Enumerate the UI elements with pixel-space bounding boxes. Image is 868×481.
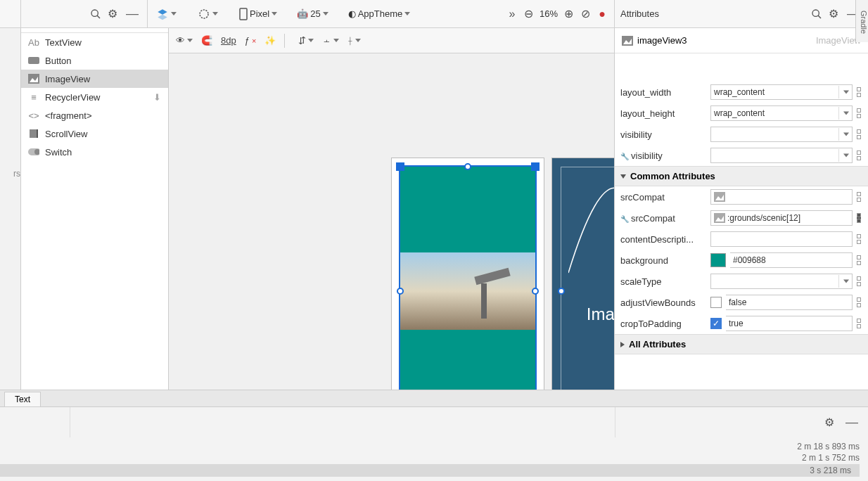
recyclerview-icon: ≡ — [28, 92, 39, 102]
attr-marker[interactable] — [857, 255, 861, 265]
left-stub-top — [0, 0, 21, 27]
imageview-icon — [28, 74, 39, 84]
zoom-in-icon[interactable]: ⊕ — [562, 8, 575, 20]
attr-scaletype: scaleType — [615, 271, 868, 292]
adjustviewbounds-checkbox[interactable] — [710, 297, 722, 308]
magnet-icon[interactable]: 🧲 — [201, 35, 212, 46]
attributes-panel: imageView3 ImageView layout_width wrap_c… — [615, 28, 868, 390]
default-margin-dropdown[interactable]: 8dp — [221, 35, 236, 46]
croptopadding-checkbox[interactable]: ✓ — [710, 318, 722, 329]
attr-marker[interactable] — [857, 234, 861, 244]
selection-outline — [400, 167, 535, 390]
zoom-fit-icon[interactable]: ⊘ — [579, 8, 592, 20]
component-type: ImageView — [816, 35, 861, 46]
guidelines-dropdown[interactable]: ⟊ — [347, 35, 361, 46]
visibility-input[interactable] — [710, 127, 853, 142]
croptopadding-value[interactable]: true — [726, 316, 853, 331]
bottom-panel: Text ⚙ — 2 m 18 s 893 ms 2 m 1 s 752 ms … — [0, 390, 868, 481]
gear-icon[interactable]: ⚙ — [106, 8, 119, 20]
layout-height-input[interactable]: wrap_content — [710, 105, 853, 121]
build-time-3: 3 s 218 ms — [0, 464, 860, 477]
bottom-col1 — [0, 407, 70, 437]
palette-toolbar: ⚙ — — [21, 0, 148, 27]
build-time-1: 2 m 18 s 893 ms — [797, 442, 860, 451]
bottom-minimize-icon[interactable]: — — [843, 415, 861, 430]
srccompat-input[interactable] — [710, 189, 853, 205]
theme-label: AppTheme — [358, 8, 403, 19]
attr-marker[interactable] — [857, 150, 861, 160]
attr-marker[interactable] — [857, 87, 861, 97]
design-preview[interactable] — [391, 158, 544, 390]
adjustviewbounds-value[interactable]: false — [726, 295, 853, 310]
svg-point-0 — [91, 10, 98, 16]
blueprint-preview[interactable]: ImageView — [551, 158, 614, 390]
attr-marker[interactable] — [857, 213, 861, 223]
zoom-level: 16% — [540, 8, 558, 19]
view-options-dropdown[interactable]: 👁 — [176, 35, 193, 46]
attr-search-icon[interactable] — [810, 8, 823, 20]
palette-item-switch[interactable]: Switch — [21, 143, 168, 161]
attr-gear-icon[interactable]: ⚙ — [827, 8, 840, 20]
section-all-attributes[interactable]: All Attributes — [615, 334, 868, 354]
background-swatch[interactable] — [710, 253, 726, 267]
design-toolbar: 👁 🧲 8dp ƒ× ✨ ⇵ ⫠ ⟊ — [169, 28, 614, 53]
more-icon[interactable]: » — [506, 8, 518, 20]
tools-srccompat-input[interactable]: :grounds/scenic[12] — [710, 210, 853, 226]
align-dropdown[interactable]: ⫠ — [322, 35, 339, 46]
contentdescription-input[interactable] — [710, 231, 853, 247]
attr-tools-visibility: visibility — [615, 145, 868, 166]
svg-point-6 — [812, 10, 819, 16]
background-input[interactable]: #009688 — [730, 252, 853, 268]
pack-dropdown[interactable]: ⇵ — [298, 35, 314, 46]
api-dropdown[interactable]: 🤖 25 — [294, 7, 331, 20]
bottom-col3: ⚙ — — [615, 407, 868, 437]
tab-text[interactable]: Text — [4, 392, 41, 406]
attr-marker[interactable] — [857, 276, 861, 286]
attr-marker[interactable] — [857, 129, 861, 139]
svg-rect-5 — [240, 8, 247, 20]
download-icon[interactable]: ⬇ — [153, 92, 161, 103]
palette-item-recyclerview[interactable]: ≡ RecyclerView ⬇ — [21, 88, 168, 106]
gradle-side-tab[interactable]: Gradle — [855, 0, 868, 42]
canvas-surface[interactable]: ImageView — [169, 53, 614, 390]
clear-constraints-icon[interactable]: ƒ× — [245, 35, 257, 46]
palette-item-imageview[interactable]: ImageView — [21, 70, 168, 88]
svg-point-4 — [200, 10, 208, 18]
device-dropdown[interactable]: Pixel — [236, 6, 280, 22]
design-canvas-panel: 👁 🧲 8dp ƒ× ✨ ⇵ ⫠ ⟊ — [169, 28, 615, 390]
minimize-icon[interactable]: — — [123, 6, 141, 21]
svg-rect-8 — [28, 57, 39, 64]
palette-item-textview[interactable]: Ab TextView — [21, 33, 168, 51]
device-label: Pixel — [250, 8, 269, 19]
palette-item-fragment[interactable]: <> <fragment> — [21, 106, 168, 124]
orientation-dropdown[interactable] — [195, 6, 221, 22]
tools-visibility-input[interactable] — [710, 148, 853, 163]
attr-marker[interactable] — [857, 297, 861, 307]
palette-item-scrollview[interactable]: ScrollView — [21, 124, 168, 143]
build-time-2: 2 m 1 s 752 ms — [802, 453, 860, 463]
bottom-gear-icon[interactable]: ⚙ — [823, 416, 836, 429]
attrs-component-header: imageView3 ImageView — [615, 28, 868, 53]
infer-constraints-icon[interactable]: ✨ — [264, 35, 276, 46]
attr-marker[interactable] — [857, 108, 861, 118]
zoom-out-icon[interactable]: ⊖ — [523, 8, 535, 20]
layout-width-input[interactable]: wrap_content — [710, 84, 853, 100]
attr-marker[interactable] — [857, 192, 861, 202]
theme-dropdown[interactable]: ◐ AppTheme — [345, 7, 414, 20]
blueprint-label: ImageView — [552, 304, 614, 324]
attr-background: background #009688 — [615, 250, 868, 271]
attr-srccompat: srcCompat — [615, 186, 868, 207]
scrollview-icon — [28, 129, 39, 139]
attributes-title: Attributes — [620, 8, 806, 19]
attr-marker[interactable] — [857, 319, 861, 328]
search-icon[interactable] — [89, 8, 102, 20]
blueprint-outline — [561, 167, 614, 390]
fragment-icon: <> — [28, 110, 39, 120]
error-icon[interactable]: ● — [596, 8, 608, 20]
scaletype-input[interactable] — [710, 274, 853, 289]
palette-item-button[interactable]: Button — [21, 51, 168, 70]
surface-dropdown[interactable] — [153, 6, 179, 22]
svg-line-1 — [97, 15, 100, 18]
palette-panel: Ab TextView Button ImageView ≡ RecyclerV… — [21, 28, 169, 390]
section-common-attributes[interactable]: Common Attributes — [615, 166, 868, 186]
